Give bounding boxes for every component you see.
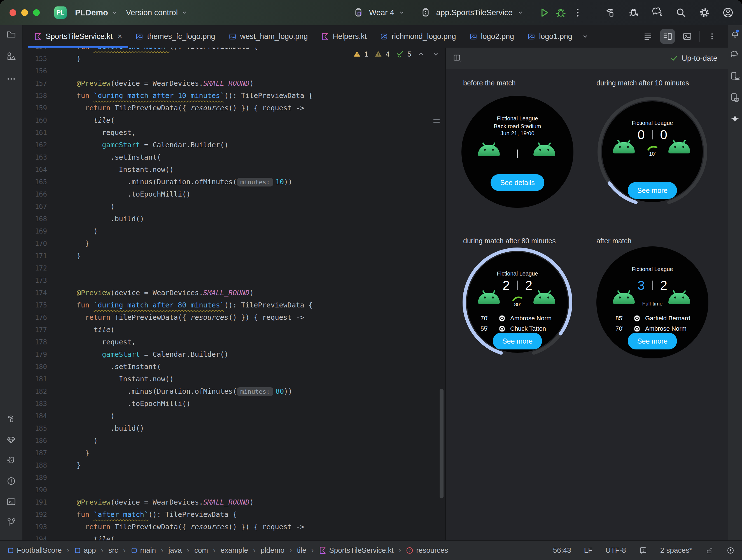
account-avatar-icon[interactable] <box>722 6 734 19</box>
line-number[interactable]: 172 <box>22 262 47 274</box>
breadcrumb-item-tile[interactable]: tile <box>297 546 306 555</box>
line-number[interactable]: 167 <box>22 201 47 213</box>
next-problem-chevron-icon[interactable] <box>432 50 439 58</box>
line-number[interactable]: 170 <box>22 238 47 250</box>
prev-problem-chevron-icon[interactable] <box>418 50 425 58</box>
line-number[interactable]: 177 <box>22 324 47 336</box>
line-number[interactable]: 156 <box>22 65 47 77</box>
line-separator[interactable]: LF <box>584 546 592 555</box>
line-number[interactable]: 191 <box>22 496 47 508</box>
line-number[interactable]: 180 <box>22 361 47 373</box>
attach-debugger-icon[interactable] <box>628 6 640 19</box>
editor-scrollbar[interactable] <box>440 389 443 498</box>
preview-only-view-icon[interactable] <box>682 31 692 42</box>
code-editor[interactable]: 154fun `before the match`(): TilePreview… <box>22 48 445 541</box>
line-number[interactable]: 192 <box>22 508 47 521</box>
minimize-window-button[interactable] <box>21 9 28 16</box>
line-number[interactable]: 173 <box>22 274 47 287</box>
line-number[interactable]: 154 <box>22 48 47 53</box>
device-manager-icon[interactable] <box>730 71 740 81</box>
line-number[interactable]: 182 <box>22 385 47 398</box>
more-actions-kebab-icon[interactable] <box>572 6 584 19</box>
line-number[interactable]: 179 <box>22 348 47 361</box>
line-number[interactable]: 174 <box>22 287 47 299</box>
tab-SportsTileService.kt[interactable]: SportsTileService.kt× <box>28 25 129 48</box>
split-view-icon[interactable] <box>660 29 675 44</box>
line-number[interactable]: 160 <box>22 114 47 126</box>
line-number[interactable]: 175 <box>22 299 47 311</box>
caret-position[interactable]: 56:43 <box>553 546 571 555</box>
line-number[interactable]: 184 <box>22 410 47 422</box>
line-number[interactable]: 176 <box>22 311 47 324</box>
version-control-tool-icon[interactable] <box>6 517 16 527</box>
run-configuration-selector[interactable]: app.SportsTileService <box>436 8 513 17</box>
line-number[interactable]: 169 <box>22 225 47 238</box>
gradle-sync-icon[interactable] <box>651 6 664 19</box>
tab-logo2.png[interactable]: logo2.png <box>463 25 521 48</box>
line-number[interactable]: 193 <box>22 521 47 533</box>
run-button[interactable] <box>538 6 550 19</box>
tab-logo1.png[interactable]: logo1.png <box>521 25 579 48</box>
breadcrumb-item-src[interactable]: src <box>108 546 118 555</box>
line-number[interactable]: 190 <box>22 484 47 496</box>
line-number[interactable]: 188 <box>22 459 47 471</box>
breadcrumb-item-pldemo[interactable]: pldemo <box>261 546 284 555</box>
line-number[interactable]: 159 <box>22 102 47 114</box>
line-number[interactable]: 165 <box>22 176 47 188</box>
line-number[interactable]: 163 <box>22 151 47 163</box>
breadcrumb-item-main[interactable]: main <box>131 546 156 555</box>
editor-only-view-icon[interactable] <box>643 31 653 42</box>
tab-Helpers.kt[interactable]: Helpers.kt <box>314 25 374 48</box>
line-number[interactable]: 155 <box>22 53 47 65</box>
project-menu[interactable]: PLDemo <box>75 8 118 17</box>
line-number[interactable]: 157 <box>22 77 47 90</box>
running-devices-icon[interactable] <box>730 92 740 102</box>
build-hammer-icon[interactable] <box>604 6 617 19</box>
line-number[interactable]: 166 <box>22 188 47 201</box>
line-number[interactable]: 178 <box>22 336 47 348</box>
indent-setting[interactable]: 2 spaces* <box>660 546 692 555</box>
close-tab-icon[interactable]: × <box>118 32 122 41</box>
device-selector[interactable]: Wear 4 <box>369 8 394 17</box>
debug-button[interactable] <box>555 6 567 19</box>
line-number[interactable]: 183 <box>22 398 47 410</box>
line-number[interactable]: 171 <box>22 250 47 262</box>
profiler-icon[interactable] <box>6 455 16 465</box>
vcs-menu[interactable]: Version control <box>126 8 187 17</box>
ide-errors-icon[interactable] <box>726 546 735 555</box>
watch-tile-preview[interactable]: Fictional League0010'See more <box>596 95 709 208</box>
settings-gear-icon[interactable] <box>698 6 711 19</box>
breadcrumb-item-example[interactable]: example <box>221 546 248 555</box>
tab-options-kebab-icon[interactable] <box>707 32 717 41</box>
terminal-tool-icon[interactable] <box>6 497 16 507</box>
breadcrumb-item-com[interactable]: com <box>194 546 208 555</box>
breadcrumb-item-SportsTileService.kt[interactable]: SportsTileService.kt <box>319 546 394 555</box>
line-number[interactable]: 181 <box>22 373 47 385</box>
resource-manager-icon[interactable] <box>6 52 16 62</box>
breadcrumb-item-resources[interactable]: fresources <box>406 546 448 555</box>
line-number[interactable]: 168 <box>22 213 47 225</box>
line-number[interactable]: 164 <box>22 163 47 176</box>
close-window-button[interactable] <box>9 9 16 16</box>
line-number[interactable]: 158 <box>22 90 47 102</box>
line-number[interactable]: 186 <box>22 435 47 447</box>
more-tool-windows-icon[interactable] <box>6 74 16 84</box>
tab-west_ham_logo.png[interactable]: west_ham_logo.png <box>222 25 315 48</box>
gemini-star-icon[interactable] <box>730 114 740 124</box>
gradle-tool-icon[interactable] <box>730 50 740 60</box>
zoom-window-button[interactable] <box>33 9 40 16</box>
breadcrumb-item-java[interactable]: java <box>168 546 182 555</box>
breadcrumb-item-app[interactable]: app <box>74 546 96 555</box>
preview-layout-icon[interactable] <box>453 53 462 63</box>
project-tool-icon[interactable] <box>6 29 16 39</box>
build-tool-icon[interactable] <box>6 414 16 424</box>
search-everywhere-icon[interactable] <box>675 6 687 19</box>
app-quality-insights-icon[interactable] <box>6 435 16 445</box>
line-number[interactable]: 185 <box>22 422 47 435</box>
problems-tool-icon[interactable] <box>6 476 16 486</box>
line-number[interactable]: 189 <box>22 471 47 484</box>
line-number[interactable]: 194 <box>22 533 47 541</box>
line-number[interactable]: 161 <box>22 126 47 139</box>
watch-tile-preview[interactable]: Fictional League2280'70'Ambrose Norm55'C… <box>461 246 574 359</box>
hidden-tabs-chevron[interactable] <box>582 33 589 40</box>
